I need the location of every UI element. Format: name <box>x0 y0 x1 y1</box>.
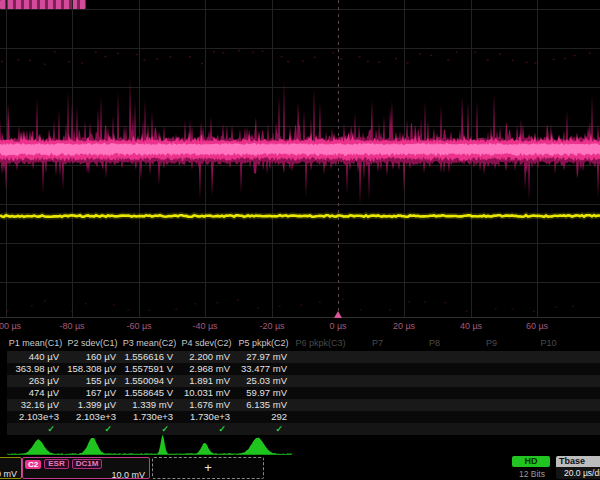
status-bar: C1 ESR DC1M 10.0 mV C2 ESR DC1M 10.0 mV … <box>0 456 600 480</box>
measurement-header-p1[interactable]: P1 mean(C1) <box>7 336 64 351</box>
stat-value: 1.730e+3 <box>178 411 235 423</box>
stat-value: 363.98 µV <box>7 363 64 375</box>
stat-value: 2.103e+3 <box>7 411 64 423</box>
stat-value: 32.16 µV <box>7 399 64 411</box>
stat-value: 167 µV <box>64 387 121 399</box>
stat-value: 2.200 mV <box>178 351 235 363</box>
plus-icon: + <box>204 460 212 475</box>
stat-value: 2.968 mV <box>178 363 235 375</box>
time-axis-label: -20 µs <box>259 321 284 331</box>
time-axis-label: -100 µs <box>0 321 21 331</box>
c2-vertical-scale: 10.0 mV <box>23 470 149 480</box>
stat-value: 263 µV <box>7 375 64 387</box>
stat-value: 160 µV <box>64 351 121 363</box>
time-axis-label: 20 µs <box>393 321 415 331</box>
time-axis-label: -60 µs <box>126 321 151 331</box>
stat-value: 1.399 µV <box>64 399 121 411</box>
measurement-header-p6[interactable]: P6 pkpk(C3) <box>292 336 349 351</box>
hd-mode-indicator[interactable]: HD 12 Bits <box>512 456 552 479</box>
time-axis-label: 40 µs <box>460 321 482 331</box>
measurement-table: P1 mean(C1) P2 sdev(C1) P3 mean(C2) P4 s… <box>0 336 600 435</box>
stat-value: 1.556616 V <box>121 351 178 363</box>
stat-value: 6.135 mV <box>235 399 292 411</box>
stat-value: 25.03 mV <box>235 375 292 387</box>
c2-coupling-badge: DC1M <box>72 459 103 469</box>
measurement-header-p2[interactable]: P2 sdev(C1) <box>64 336 121 351</box>
trigger-time-marker[interactable] <box>334 311 342 318</box>
stat-value: 2.103e+3 <box>64 411 121 423</box>
time-axis-label: -40 µs <box>192 321 217 331</box>
stat-value: 155 µV <box>64 375 121 387</box>
stat-value: 1.558645 V <box>121 387 178 399</box>
c1-vertical-scale: 10.0 mV <box>0 469 21 479</box>
stat-value: 158.308 µV <box>64 363 121 375</box>
measurement-header-p3[interactable]: P3 mean(C2) <box>121 336 178 351</box>
c2-esr-badge: ESR <box>44 459 68 469</box>
add-trace-button[interactable]: + <box>152 457 264 479</box>
time-axis-label: -80 µs <box>59 321 84 331</box>
timebase-value: 20.0 µs/div <box>556 467 600 479</box>
waveform-grid <box>0 0 600 318</box>
stat-value: 33.477 mV <box>235 363 292 375</box>
measurement-histicons <box>0 434 600 456</box>
histicon-p1[interactable] <box>7 434 64 456</box>
measurement-header-p5[interactable]: P5 pkpk(C2) <box>235 336 292 351</box>
time-axis: -100 µs -80 µs -60 µs -40 µs -20 µs 0 µs… <box>0 318 600 335</box>
channel-c1-descriptor[interactable]: C1 ESR DC1M 10.0 mV <box>0 457 22 479</box>
stat-value: 1.891 mV <box>178 375 235 387</box>
stat-value: 1.550094 V <box>121 375 178 387</box>
measurement-header-p10[interactable]: P10 <box>520 336 577 351</box>
waveform-plot <box>0 0 600 318</box>
measurement-header-p9[interactable]: P9 <box>463 336 520 351</box>
stat-value: 440 µV <box>7 351 64 363</box>
hd-badge: HD <box>512 456 550 467</box>
channel-c2-descriptor[interactable]: C2 ESR DC1M 10.0 mV <box>22 457 150 479</box>
histicon-p4[interactable] <box>178 434 235 456</box>
stat-value: 1.676 mV <box>178 399 235 411</box>
measurement-header-p8[interactable]: P8 <box>406 336 463 351</box>
oscilloscope-screen: -100 µs -80 µs -60 µs -40 µs -20 µs 0 µs… <box>0 0 600 480</box>
time-axis-label-trigger: 0 µs <box>329 321 346 331</box>
stat-row-sdev: 32.16 µV 1.399 µV 1.339 mV 1.676 mV 6.13… <box>7 399 600 411</box>
stat-value: 10.031 mV <box>178 387 235 399</box>
stat-row-min: 263 µV 155 µV 1.550094 V 1.891 mV 25.03 … <box>7 375 600 387</box>
stat-row-max: 474 µV 167 µV 1.558645 V 10.031 mV 59.97… <box>7 387 600 399</box>
hd-bits-label: 12 Bits <box>512 469 552 479</box>
stat-value: 1.339 mV <box>121 399 178 411</box>
stat-row-num: 2.103e+3 2.103e+3 1.730e+3 1.730e+3 292 <box>7 411 600 423</box>
stat-value: 1.557591 V <box>121 363 178 375</box>
stat-value: 292 <box>235 411 292 423</box>
timebase-descriptor[interactable]: Tbase 20.0 µs/div <box>556 456 600 479</box>
stat-value: 27.97 mV <box>235 351 292 363</box>
c2-badge: C2 <box>25 460 41 469</box>
measurement-header-row: P1 mean(C1) P2 sdev(C1) P3 mean(C2) P4 s… <box>7 336 600 351</box>
timebase-title: Tbase <box>556 456 600 467</box>
stat-value: 1.730e+3 <box>121 411 178 423</box>
stat-value: 59.97 mV <box>235 387 292 399</box>
stat-row-value: 440 µV 160 µV 1.556616 V 2.200 mV 27.97 … <box>7 351 600 363</box>
measurement-header-p4[interactable]: P4 sdev(C2) <box>178 336 235 351</box>
stat-value: 474 µV <box>7 387 64 399</box>
histicon-p5[interactable] <box>235 434 292 456</box>
time-axis-label: 60 µs <box>526 321 548 331</box>
histicon-p2[interactable] <box>64 434 121 456</box>
histicon-p3[interactable] <box>121 434 178 456</box>
measurement-header-p7[interactable]: P7 <box>349 336 406 351</box>
stat-row-mean: 363.98 µV 158.308 µV 1.557591 V 2.968 mV… <box>7 363 600 375</box>
